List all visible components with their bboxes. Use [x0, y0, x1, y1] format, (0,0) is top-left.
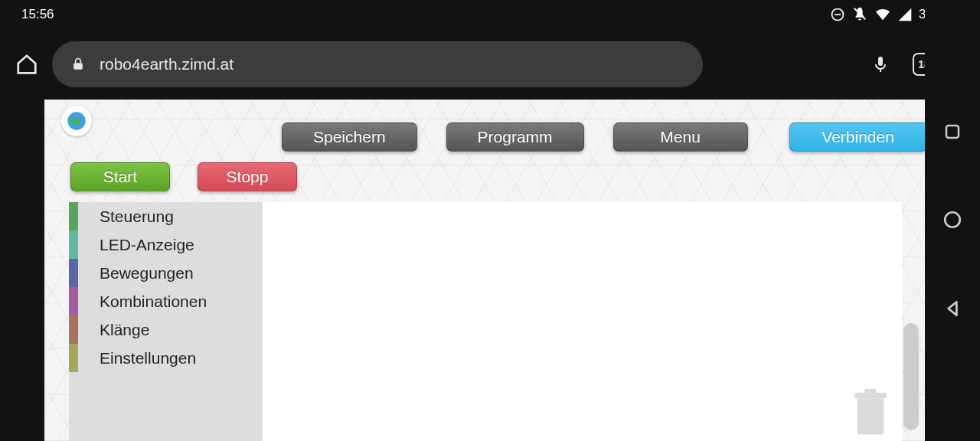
blockly-area: Steuerung LED-Anzeige Bewegungen Kombina… [69, 202, 902, 441]
home-nav-icon[interactable] [942, 210, 962, 230]
color-tab [69, 344, 78, 372]
toolbox: Steuerung LED-Anzeige Bewegungen Kombina… [69, 202, 263, 441]
svg-rect-16 [865, 389, 877, 394]
toolbox-item-kombinationen[interactable]: Kombinationen [69, 287, 263, 315]
vertical-scrollbar[interactable] [903, 323, 919, 430]
toolbox-label: Kombinationen [100, 292, 207, 311]
recent-apps-icon[interactable] [943, 122, 962, 141]
svg-rect-8 [878, 57, 883, 66]
top-button-row: Speichern Programm Menu Verbinden [282, 122, 927, 152]
stopp-button[interactable]: Stopp [198, 162, 297, 191]
toolbox-item-steuerung[interactable]: Steuerung [69, 202, 263, 230]
svg-rect-7 [74, 63, 83, 69]
color-tab [69, 259, 78, 287]
back-nav-icon[interactable] [942, 299, 962, 318]
toolbox-item-einstellungen[interactable]: Einstellungen [69, 344, 263, 372]
browser-chrome: robo4earth.zimd.at 18 [0, 29, 980, 100]
svg-rect-14 [858, 398, 884, 434]
toolbox-label: Steuerung [100, 207, 174, 226]
url-text: robo4earth.zimd.at [100, 55, 234, 74]
page-content: Speichern Programm Menu Verbinden Start … [44, 100, 925, 441]
toolbox-label: Bewegungen [100, 264, 194, 283]
mic-icon[interactable] [871, 54, 890, 75]
home-icon[interactable] [15, 53, 38, 76]
color-tab [69, 230, 78, 259]
color-tab [69, 315, 78, 344]
start-button[interactable]: Start [70, 162, 170, 191]
svg-rect-1 [835, 14, 841, 15]
control-row: Start Stopp [70, 162, 297, 191]
dnd-icon [830, 7, 845, 22]
toolbox-label: LED-Anzeige [100, 236, 194, 254]
android-nav-rail [925, 0, 980, 441]
toolbox-label: Klänge [100, 321, 149, 339]
svg-rect-17 [946, 126, 959, 138]
speichern-button[interactable]: Speichern [282, 122, 417, 152]
wifi-icon [874, 6, 891, 23]
workspace[interactable] [263, 202, 902, 441]
color-tab [69, 202, 78, 230]
toolbox-item-klaenge[interactable]: Klänge [69, 315, 263, 344]
programm-button[interactable]: Programm [446, 122, 584, 152]
status-time: 15:56 [21, 7, 54, 22]
app-logo[interactable] [61, 106, 92, 136]
svg-point-18 [945, 212, 960, 227]
verbinden-button[interactable]: Verbinden [789, 122, 927, 152]
earth-icon [66, 110, 87, 132]
android-status-bar: 15:56 31% [0, 0, 980, 29]
svg-rect-2 [858, 19, 861, 21]
signal-icon [897, 7, 913, 22]
toolbox-item-bewegungen[interactable]: Bewegungen [69, 259, 263, 287]
color-tab [69, 287, 78, 315]
menu-button[interactable]: Menu [613, 122, 748, 152]
trash-icon[interactable] [851, 389, 890, 436]
url-bar[interactable]: robo4earth.zimd.at [52, 41, 703, 87]
toolbox-item-led[interactable]: LED-Anzeige [69, 230, 263, 259]
mute-icon [851, 6, 868, 23]
lock-icon [70, 57, 86, 72]
toolbox-label: Einstellungen [100, 349, 196, 368]
